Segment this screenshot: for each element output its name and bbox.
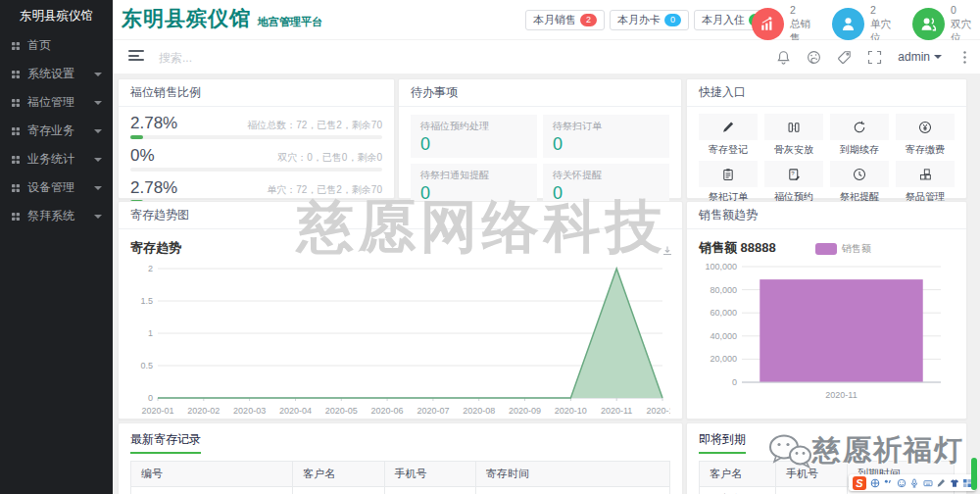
quick-entry-7[interactable]: 祭品管理 — [896, 161, 955, 204]
grid-icon — [11, 155, 21, 165]
sogou-logo-icon[interactable]: S — [853, 476, 866, 490]
quick-entry-box — [764, 114, 823, 140]
ratio-percent: 0% — [130, 146, 155, 166]
ratio-row-0: 2.78%福位总数：72，已售2，剩余70 — [130, 114, 382, 139]
quick-entry-box — [699, 161, 758, 187]
svg-text:60,000: 60,000 — [710, 308, 737, 318]
panel-title: 销售额趋势 — [687, 202, 966, 229]
todo-item-1[interactable]: 待祭扫订单0 — [543, 115, 669, 158]
progress-bar — [130, 135, 382, 139]
fullscreen-icon[interactable] — [867, 50, 882, 65]
toolbar-icons: admin — [776, 40, 972, 74]
legend-label: 销售额 — [842, 242, 871, 256]
ime-mic-icon[interactable] — [909, 478, 919, 488]
stat-item-0: 2总销售 — [752, 3, 819, 45]
svg-text:2: 2 — [148, 264, 153, 273]
table-header-cell: 编号 — [131, 462, 293, 487]
quick-entry-4[interactable]: 祭祀订单 — [699, 161, 758, 204]
chart-title: 销售额 88888 — [687, 229, 788, 257]
stat-value: 0 — [951, 3, 980, 17]
ime-handwrite-icon[interactable] — [936, 478, 946, 488]
ratio-detail: 双穴：0，已售0，剩余0 — [277, 151, 382, 165]
stat-circle — [832, 8, 864, 40]
sales-ratio-list: 2.78%福位总数：72，已售2，剩余700%双穴：0，已售0，剩余02.78%… — [119, 107, 394, 204]
ime-skin-icon[interactable] — [950, 478, 959, 488]
yen-icon — [918, 121, 932, 134]
todo-value: 0 — [420, 134, 527, 155]
sidebar-item-label: 业务统计 — [27, 151, 94, 168]
deposit-trend-panel: 寄存趋势图 寄存趋势 00.511.522020-012020-022020-0… — [118, 201, 683, 420]
brand: 东明县殡仪馆 地宫管理平台 — [122, 5, 322, 32]
svg-text:20,000: 20,000 — [710, 354, 737, 364]
todo-list: 待福位预约处理0待祭扫订单0待祭扫通知提醒0待关怀提醒0 — [399, 107, 681, 215]
sidebar-menu: 首页系统设置福位管理寄存业务业务统计设备管理祭拜系统 — [0, 31, 113, 230]
chevron-down-icon — [94, 186, 102, 190]
table-title: 即将到期 — [699, 431, 746, 454]
ime-keyboard-icon[interactable] — [923, 478, 933, 488]
stat-value: 2 — [870, 3, 900, 17]
todo-label: 待福位预约处理 — [420, 120, 527, 133]
quick-entry-3[interactable]: 寄存缴费 — [896, 114, 955, 157]
sidebar-item-4[interactable]: 业务统计 — [0, 145, 113, 173]
panel-title: 快捷入口 — [687, 79, 966, 107]
todo-label: 待关怀提醒 — [553, 169, 660, 182]
quick-entry-0[interactable]: 寄存登记 — [699, 114, 758, 157]
quick-entry-6[interactable]: 祭祀提醒 — [830, 161, 889, 204]
table-header-cell: 手机号 — [384, 462, 476, 487]
month-button-label: 本月办卡 — [617, 13, 661, 27]
table-cell: 哈吉斯 — [293, 487, 385, 494]
quick-entry-grid: 寄存登记骨灰安放到期续存寄存缴费祭祀订单?福位预约祭祀提醒祭品管理 — [687, 107, 966, 206]
sidebar-item-6[interactable]: 祭拜系统 — [0, 202, 113, 230]
order-icon — [721, 168, 735, 181]
chart-legend[interactable]: 销售额 — [815, 242, 871, 256]
sidebar-item-label: 首页 — [27, 37, 102, 54]
svg-text:2020-04: 2020-04 — [279, 406, 312, 416]
download-icon[interactable] — [662, 243, 673, 255]
todo-item-0[interactable]: 待福位预约处理0 — [411, 115, 537, 158]
sales-ratio-panel: 福位销售比例 2.78%福位总数：72，已售2，剩余700%双穴：0，已售0，剩… — [118, 78, 395, 199]
theme-icon[interactable] — [807, 50, 821, 65]
table-row[interactable]: REG-186420201114144615哈吉斯2020-11-14 14:4… — [131, 487, 670, 494]
stat-circles: 2总销售2单穴位0双穴位 — [752, 3, 980, 45]
deposit-trend-chart: 00.511.522020-012020-022020-032020-04202… — [130, 261, 670, 420]
sidebar-item-2[interactable]: 福位管理 — [0, 88, 113, 117]
svg-text:0: 0 — [732, 377, 737, 387]
ime-emoji-icon[interactable] — [897, 478, 906, 488]
quick-entry-1[interactable]: 骨灰安放 — [764, 114, 823, 157]
sidebar-item-5[interactable]: 设备管理 — [0, 173, 113, 202]
month-button-1[interactable]: 本月办卡0 — [610, 10, 689, 30]
table-header-cell: 客户名 — [293, 462, 385, 487]
ime-punct-icon[interactable] — [883, 478, 893, 488]
month-button-0[interactable]: 本月销售2 — [525, 10, 605, 30]
quick-entry-2[interactable]: 到期续存 — [830, 114, 889, 157]
booking-icon: ? — [787, 168, 801, 181]
topbar: 东明县殡仪馆 地宫管理平台 本月销售2本月办卡0本月入住0 2总销售2单穴位0双… — [113, 0, 980, 40]
sidebar-item-1[interactable]: 系统设置 — [0, 60, 113, 88]
chevron-down-icon — [94, 215, 102, 219]
ime-lang-icon[interactable] — [870, 478, 880, 488]
search-input[interactable]: 搜索... — [159, 50, 276, 67]
quick-entry-box — [830, 114, 889, 140]
bell-icon[interactable] — [776, 50, 791, 65]
panel-title: 待办事项 — [399, 79, 681, 107]
ratio-row-1: 0%双穴：0，已售0，剩余0 — [130, 146, 382, 172]
people-icon — [920, 16, 937, 32]
collapse-sidebar-icon[interactable] — [128, 50, 144, 63]
renew-icon — [853, 121, 866, 134]
sidebar-item-0[interactable]: 首页 — [0, 31, 113, 60]
ime-toolbar[interactable]: S — [849, 474, 976, 491]
table-cell: 2020-11-14 14:47:30 — [476, 487, 670, 494]
table-cell: 上官童 — [700, 487, 776, 494]
tag-icon[interactable] — [837, 50, 852, 65]
more-menu-icon[interactable] — [957, 50, 972, 65]
sidebar-item-label: 祭拜系统 — [27, 208, 94, 224]
grid-icon — [11, 212, 21, 222]
sidebar-item-3[interactable]: 寄存业务 — [0, 117, 113, 145]
edge-scrollbar-thumb[interactable] — [971, 458, 977, 490]
toolbar: 搜索... admin — [113, 40, 980, 74]
user-menu[interactable]: admin — [898, 50, 942, 64]
quick-entry-5[interactable]: ?福位预约 — [764, 161, 823, 204]
table-header-cell: 手机号 — [776, 462, 848, 487]
chart-up-icon — [760, 16, 776, 32]
grid-icon — [11, 126, 21, 136]
